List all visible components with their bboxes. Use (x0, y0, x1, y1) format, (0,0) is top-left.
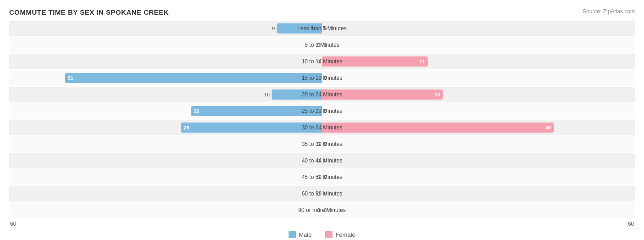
male-bar: 51 (65, 73, 322, 83)
male-value-zero: 0 (317, 191, 320, 196)
female-value-zero: 0 (324, 108, 327, 114)
male-value-outside: 10 (264, 92, 270, 97)
female-half: 0 (322, 169, 635, 185)
legend-female-label: Female (335, 231, 355, 238)
female-bar: 24 (322, 89, 443, 100)
female-bar: 46 (322, 123, 554, 133)
x-axis: 60 60 (9, 221, 635, 227)
female-half: 46 (322, 120, 635, 135)
table-row: 9 Less than 5 Minutes 0 (9, 21, 635, 36)
female-value-zero: 0 (324, 207, 327, 213)
source-text: Source: ZipAtlas.com (583, 8, 635, 15)
female-half: 21 (322, 54, 635, 69)
male-value-zero: 0 (317, 207, 320, 213)
female-value-zero: 0 (324, 42, 327, 48)
female-half: 0 (322, 136, 635, 152)
female-value-inside: 24 (435, 92, 440, 97)
female-value-zero: 0 (324, 191, 327, 196)
male-half: 0 (9, 169, 322, 185)
female-half: 0 (322, 186, 635, 201)
chart-container: COMMUTE TIME BY SEX IN SPOKANE CREEK Sou… (0, 0, 644, 240)
female-value-zero: 0 (324, 26, 327, 31)
male-half: 0 (9, 153, 322, 168)
table-row: 26 25 to 29 Minutes 0 (9, 103, 635, 119)
female-half: 0 (322, 153, 635, 168)
male-half: 0 (9, 202, 322, 218)
table-row: 51 15 to 19 Minutes 0 (9, 70, 635, 86)
chart-title: COMMUTE TIME BY SEX IN SPOKANE CREEK (9, 8, 635, 16)
male-half: 26 (9, 103, 322, 119)
table-row: 0 10 to 14 Minutes 21 (9, 54, 635, 69)
male-half: 0 (9, 54, 322, 69)
table-row: 0 40 to 44 Minutes 0 (9, 153, 635, 168)
male-bar: 10 (272, 89, 322, 100)
male-value-zero: 0 (317, 141, 320, 147)
x-axis-left: 60 (10, 221, 16, 227)
female-value-inside: 21 (420, 59, 425, 64)
male-value-zero: 0 (317, 59, 320, 64)
legend-male-box (289, 231, 296, 238)
legend-male-label: Male (299, 231, 311, 238)
male-value-zero: 0 (317, 158, 320, 163)
female-bar: 21 (322, 56, 428, 67)
female-half: 0 (322, 202, 635, 218)
male-bar: 9 (277, 23, 322, 33)
male-bar: 28 (181, 123, 322, 133)
male-half: 0 (9, 136, 322, 152)
male-value-inside: 26 (194, 108, 199, 114)
male-half: 0 (9, 186, 322, 201)
female-value-zero: 0 (324, 158, 327, 163)
table-row: 10 20 to 24 Minutes 24 (9, 87, 635, 102)
female-value-inside: 46 (546, 125, 551, 130)
female-half: 0 (322, 21, 635, 36)
male-half: 10 (9, 87, 322, 102)
male-value-inside: 28 (184, 125, 189, 130)
legend-female: Female (325, 231, 355, 238)
table-row: 28 30 to 34 Minutes 46 (9, 120, 635, 135)
female-value-zero: 0 (324, 174, 327, 180)
male-half: 0 (9, 37, 322, 53)
female-value-zero: 0 (324, 141, 327, 147)
male-half: 51 (9, 70, 322, 86)
female-half: 0 (322, 103, 635, 119)
male-half: 9 (9, 21, 322, 36)
chart-rows-container: 9 Less than 5 Minutes 0 0 5 to 9 Minutes… (9, 21, 635, 218)
male-value-outside: 9 (272, 26, 275, 31)
table-row: 0 35 to 39 Minutes 0 (9, 136, 635, 152)
x-axis-right: 60 (628, 221, 634, 227)
legend-male: Male (289, 231, 311, 238)
table-row: 0 60 to 89 Minutes 0 (9, 186, 635, 201)
male-value-zero: 0 (317, 42, 320, 48)
male-value-inside: 51 (68, 75, 73, 81)
male-bar: 26 (191, 106, 322, 116)
legend: Male Female (9, 231, 635, 238)
legend-female-box (325, 231, 333, 238)
table-row: 0 45 to 59 Minutes 0 (9, 169, 635, 185)
table-row: 0 5 to 9 Minutes 0 (9, 37, 635, 53)
male-value-zero: 0 (317, 174, 320, 180)
female-half: 0 (322, 37, 635, 53)
female-half: 24 (322, 87, 635, 102)
female-half: 0 (322, 70, 635, 86)
female-value-zero: 0 (324, 75, 327, 81)
table-row: 0 90 or more Minutes 0 (9, 202, 635, 218)
male-half: 28 (9, 120, 322, 135)
